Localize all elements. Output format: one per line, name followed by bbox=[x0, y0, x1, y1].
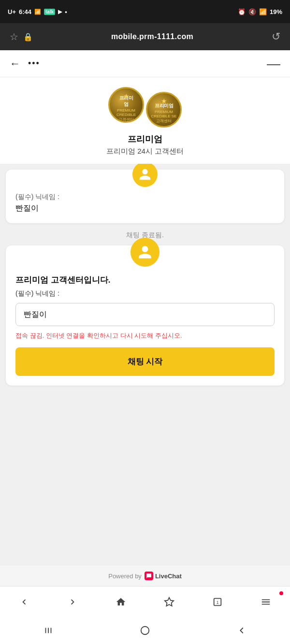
minimize-icon[interactable]: — bbox=[267, 57, 280, 71]
nickname-input[interactable] bbox=[15, 303, 275, 326]
lock-icon: 🔒 bbox=[23, 32, 33, 42]
nav-menu-button[interactable] bbox=[242, 587, 290, 617]
nav-star-button[interactable] bbox=[145, 587, 193, 617]
talk-icon: talk bbox=[44, 9, 55, 15]
time-label: 6:44 bbox=[19, 8, 31, 15]
user-avatar bbox=[132, 164, 158, 187]
back-icon[interactable]: ← bbox=[10, 57, 20, 70]
new-chat-card: 프리미엄 고객센터입니다. (필수) 닉네임 : 접속 끊김. 인터넷 연결을 … bbox=[6, 245, 284, 386]
chat-start-button[interactable]: 채팅 시작 bbox=[15, 347, 275, 376]
bookmark-icon[interactable]: ☆ bbox=[10, 31, 18, 43]
app-name: 프리미엄 bbox=[128, 133, 162, 145]
system-back-button[interactable] bbox=[236, 625, 247, 636]
agent-avatar bbox=[130, 238, 160, 267]
livechat-icon bbox=[145, 572, 153, 580]
app-subtitle: 프리미엄 24시 고객센터 bbox=[106, 147, 184, 156]
prev-field-label: (필수) 닉네임 : bbox=[15, 193, 275, 201]
chat-title: 프리미엄 고객센터입니다. bbox=[15, 274, 275, 286]
battery-label: 19% bbox=[270, 8, 282, 15]
nav-home-button[interactable] bbox=[97, 587, 145, 617]
logo-badge-2: ★ 프리미엄 PREMIUM CREDIBLE SE 고객센터 bbox=[146, 92, 182, 128]
browser-bar: ☆ 🔒 mobile.prm-1111.com ↺ bbox=[0, 23, 290, 50]
online-dot bbox=[137, 89, 142, 94]
error-text: 접속 끊김. 인터넷 연결을 확인하시고 다시 시도해 주십시오. bbox=[15, 331, 275, 341]
browser-left: ☆ 🔒 bbox=[10, 31, 33, 43]
youtube-icon: ▶ bbox=[58, 9, 62, 15]
app-header: ★ 프리미엄 PREMIUM CREDIBLE 고객센터 ★ 프리미엄 PREM… bbox=[0, 77, 290, 164]
system-nav bbox=[0, 617, 290, 644]
powered-by-text: Powered by bbox=[108, 572, 142, 580]
user-avatar-icon bbox=[138, 168, 152, 181]
status-bar: U+ 6:44 📶 talk ▶ • ⏰ 🔇 📶 19% bbox=[0, 0, 290, 23]
status-left: U+ 6:44 📶 talk ▶ • bbox=[8, 8, 67, 15]
nav-forward-button[interactable] bbox=[48, 587, 97, 617]
nav-left: ← ••• bbox=[10, 57, 40, 70]
mute-icon: 🔇 bbox=[248, 8, 256, 15]
nav-bar: ← ••• — bbox=[0, 50, 290, 77]
star-icon-2: ★ bbox=[161, 97, 167, 105]
system-recent-button[interactable] bbox=[43, 625, 54, 636]
more-icon[interactable]: ••• bbox=[28, 58, 40, 69]
nav-back-button[interactable] bbox=[0, 587, 48, 617]
system-home-button[interactable] bbox=[140, 625, 150, 636]
star-icon-1: ★ bbox=[123, 92, 130, 100]
logo-badge-1: ★ 프리미엄 PREMIUM CREDIBLE 고객센터 bbox=[108, 87, 144, 123]
wifi-icon: 📶 bbox=[259, 8, 267, 15]
input-label: (필수) 닉네임 : bbox=[15, 289, 275, 298]
nav-tabs-button[interactable]: 1 bbox=[193, 587, 242, 617]
livechat-brand: LiveChat bbox=[155, 572, 182, 580]
refresh-icon[interactable]: ↺ bbox=[272, 30, 280, 43]
logo-container: ★ 프리미엄 PREMIUM CREDIBLE 고객센터 ★ 프리미엄 PREM… bbox=[108, 87, 182, 128]
dot-icon: • bbox=[65, 8, 67, 15]
livechat-logo: LiveChat bbox=[145, 572, 182, 580]
browser-url[interactable]: mobile.prm-1111.com bbox=[33, 32, 272, 41]
status-right: ⏰ 🔇 📶 19% bbox=[238, 8, 282, 15]
menu-notification-dot bbox=[279, 591, 283, 595]
powered-by: Powered by LiveChat bbox=[0, 566, 290, 586]
chat-area: (필수) 닉네임 : 빤질이 채팅 종료됨. 프리미엄 고객센터입니다. (필수… bbox=[0, 164, 290, 566]
prev-chat-card: (필수) 닉네임 : 빤질이 bbox=[6, 170, 284, 223]
svg-point-5 bbox=[141, 627, 149, 635]
alarm-icon: ⏰ bbox=[238, 8, 246, 15]
agent-avatar-icon bbox=[137, 244, 153, 260]
bottom-nav: 1 bbox=[0, 586, 290, 617]
prev-field-value: 빤질이 bbox=[15, 203, 275, 214]
sim-icon: 📶 bbox=[34, 9, 41, 15]
svg-text:1: 1 bbox=[216, 600, 218, 604]
carrier-label: U+ bbox=[8, 8, 16, 15]
